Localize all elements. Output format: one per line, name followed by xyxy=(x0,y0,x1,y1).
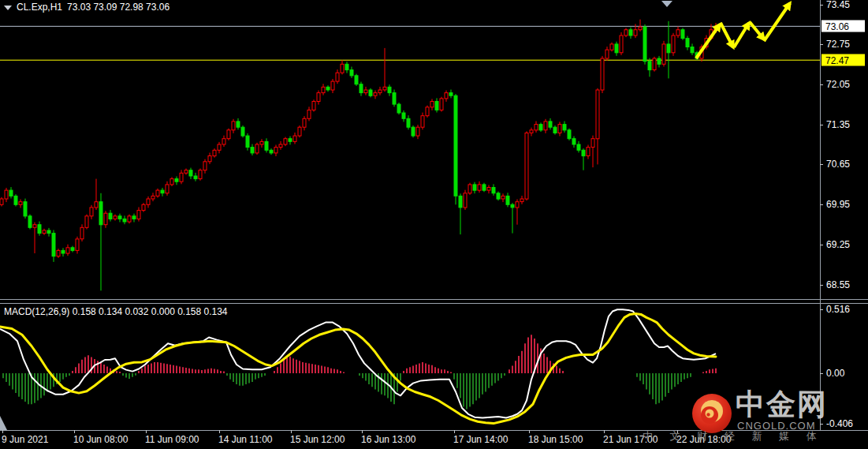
candle-body xyxy=(506,196,509,204)
candle-body xyxy=(383,87,386,90)
candle-body xyxy=(653,58,656,70)
candle-body xyxy=(430,102,434,107)
candle-body xyxy=(142,204,145,210)
candlestick-chart[interactable] xyxy=(0,0,820,303)
candle-body xyxy=(274,148,278,153)
corner-wedge-icon xyxy=(0,416,7,430)
macd-lines xyxy=(0,309,716,423)
candle-body xyxy=(681,30,684,39)
candle-body xyxy=(520,199,523,202)
candle-body xyxy=(279,144,282,148)
price-axis-tick xyxy=(820,424,823,425)
candle-body xyxy=(199,170,202,179)
candle-body xyxy=(487,188,490,191)
candle-body xyxy=(473,185,476,190)
price-axis-label: 71.35 xyxy=(826,119,850,130)
candle-body xyxy=(624,30,628,36)
candle-body xyxy=(549,122,552,127)
candle-body xyxy=(189,170,192,176)
symbol-timeframe-label: CL.Exp,H1 xyxy=(17,2,62,13)
candle-body xyxy=(123,219,126,222)
candle-body xyxy=(393,93,396,105)
time-axis-label: 14 Jun 11:00 xyxy=(218,434,273,445)
triangle-down-marker-icon[interactable] xyxy=(661,1,672,7)
candle-body xyxy=(435,102,438,110)
candle-body xyxy=(128,216,131,222)
time-axis[interactable]: 9 Jun 202110 Jun 08:0011 Jun 09:0014 Jun… xyxy=(0,430,868,449)
price-axis[interactable]: 73.4573.0672.7572.4772.0571.3570.6569.95… xyxy=(820,0,868,430)
price-axis-label: 68.55 xyxy=(826,279,850,290)
time-axis-label: 15 Jun 12:00 xyxy=(290,434,345,445)
time-axis-label: 18 Jun 15:00 xyxy=(528,434,583,445)
time-axis-tick xyxy=(677,430,678,433)
candle-body xyxy=(28,216,32,228)
time-axis-tick xyxy=(2,430,3,433)
price-axis-label: 0.516 xyxy=(826,304,850,315)
candle-body xyxy=(170,179,173,185)
level-price-tag: 72.47 xyxy=(821,54,865,66)
candle-body xyxy=(137,211,140,219)
time-axis-tick xyxy=(291,430,292,433)
symbol-dropdown-icon[interactable] xyxy=(4,6,12,10)
symbol-header: CL.Exp,H1 73.03 73.09 72.98 73.06 xyxy=(4,2,170,13)
candle-body xyxy=(686,39,689,47)
time-axis-label: 9 Jun 2021 xyxy=(2,434,48,445)
candle-body xyxy=(175,179,178,182)
candle-body xyxy=(426,107,429,116)
candle-body xyxy=(255,144,259,153)
bid-price-tag: 73.06 xyxy=(821,21,865,32)
time-axis-label: 17 Jun 14:00 xyxy=(453,434,508,445)
candle-body xyxy=(591,139,594,148)
time-axis-tick xyxy=(146,430,147,433)
candle-body xyxy=(350,70,353,76)
forecast-arrow[interactable] xyxy=(696,24,720,58)
time-axis-tick xyxy=(74,430,75,433)
candle-body xyxy=(482,185,486,190)
macd-panel-top-border[interactable] xyxy=(0,303,868,304)
candle-body xyxy=(639,27,642,30)
price-axis-tick xyxy=(820,204,823,205)
candle-body xyxy=(539,125,542,130)
candle-body xyxy=(260,141,263,144)
candle-body xyxy=(568,130,571,139)
forecast-arrow[interactable] xyxy=(750,22,764,39)
main-panel-bottom-border xyxy=(0,299,868,300)
candle-body xyxy=(530,130,533,133)
candle-body xyxy=(227,130,230,139)
candle-body xyxy=(213,150,216,155)
candle-body xyxy=(516,202,519,208)
candle-body xyxy=(99,202,102,225)
candle-body xyxy=(672,36,675,53)
candle-body xyxy=(634,30,637,36)
candle-body xyxy=(563,125,566,130)
candle-body xyxy=(156,190,159,196)
candle-body xyxy=(615,44,618,53)
candle-body xyxy=(109,213,112,219)
ohlc-values: 73.03 73.09 72.98 73.06 xyxy=(67,2,170,13)
candle-body xyxy=(33,225,36,228)
forecast-arrow[interactable] xyxy=(764,3,790,41)
price-axis-tick xyxy=(820,285,823,286)
price-axis-label: 0.00 xyxy=(826,368,844,379)
candle-body xyxy=(662,44,665,64)
candle-body xyxy=(194,176,197,179)
candle-body xyxy=(9,190,13,196)
time-axis-tick xyxy=(362,430,363,433)
candle-body xyxy=(572,139,576,144)
candle-body xyxy=(416,127,419,136)
time-axis-label: 11 Jun 09:00 xyxy=(145,434,199,445)
macd-histogram xyxy=(3,335,716,409)
candle-body xyxy=(0,199,3,204)
candle-body xyxy=(648,62,651,70)
candle-body xyxy=(511,204,514,208)
candle-body xyxy=(326,87,330,90)
price-axis-label: 72.05 xyxy=(826,79,850,90)
macd-indicator-panel[interactable] xyxy=(0,304,820,430)
candle-body xyxy=(331,81,334,90)
candle-body xyxy=(246,136,249,148)
candle-body xyxy=(525,133,528,200)
candle-body xyxy=(104,213,107,225)
time-axis-tick xyxy=(604,430,605,433)
candle-body xyxy=(95,202,98,208)
candle-body xyxy=(312,102,315,110)
